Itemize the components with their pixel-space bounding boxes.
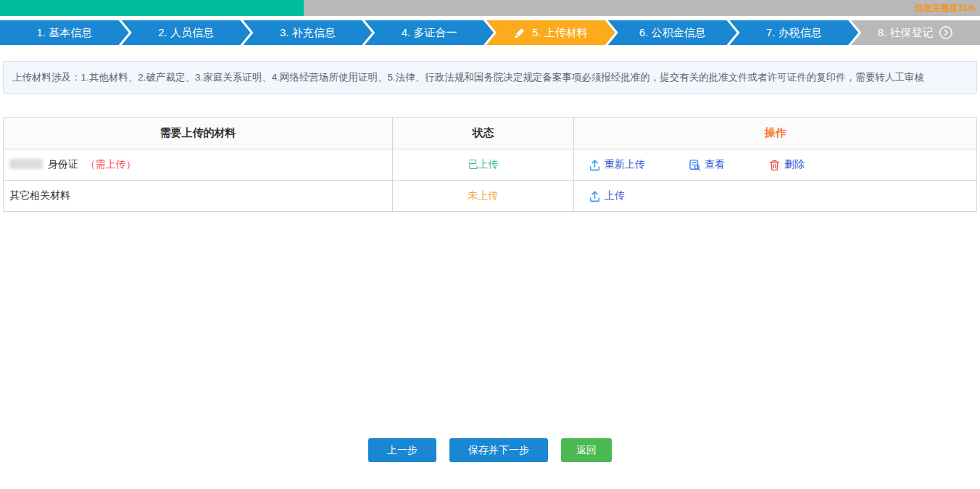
required-badge: （需上传） [86,158,136,170]
step-tab-tax-info[interactable]: 7. 办税信息 [730,20,859,45]
step-label: 6. 公积金信息 [639,26,706,40]
upload-label: 上传 [605,189,625,202]
delete-label: 删除 [784,158,805,171]
step-tab-housing-fund[interactable]: 6. 公积金信息 [608,20,737,45]
materials-table: 需要上传的材料 状态 操作 身份证 （需上传） 已上传 [3,117,977,212]
step-nav: 1. 基本信息 2. 人员信息 3. 补充信息 4. 多证合一 5. 上传材料 … [0,20,980,45]
step-tab-upload-materials[interactable]: 5. 上传材料 [486,20,615,45]
reupload-button[interactable]: 重新上传 [589,158,645,171]
chevron-circle-icon[interactable] [939,25,953,40]
step-tab-personnel-info[interactable]: 2. 人员信息 [122,20,251,45]
step-label: 2. 人员信息 [158,26,214,40]
upload-icon [589,159,601,171]
view-button[interactable]: 查看 [689,158,725,171]
notice-banner: 上传材料涉及：1.其他材料、2.破产裁定、3.家庭关系证明、4.网络经营场所使用… [3,61,977,94]
operations: 重新上传 [589,158,976,171]
table-row-other-materials: 其它相关材料 未上传 [4,181,977,212]
column-header-status: 状态 [393,118,574,149]
step-label: 4. 多证合一 [402,26,457,40]
edit-pencil-icon [514,27,526,39]
delete-button[interactable]: 删除 [768,158,805,171]
upload-icon [589,190,601,202]
trash-icon [768,159,781,171]
document-search-icon [689,159,701,171]
footer-buttons: 上一步 保存并下一步 返回 [0,438,980,462]
status-text: 已上传 [468,158,499,170]
step-tab-multi-cert[interactable]: 4. 多证合一 [365,20,494,45]
column-header-material: 需要上传的材料 [4,118,393,149]
step-label: 5. 上传材料 [532,26,588,40]
notice-text: 上传材料涉及：1.其他材料、2.破产裁定、3.家庭关系证明、4.网络经营场所使用… [12,72,924,83]
redacted-name [9,159,43,169]
save-next-button[interactable]: 保存并下一步 [449,438,548,462]
table-header-row: 需要上传的材料 状态 操作 [4,118,977,149]
material-name: 其它相关材料 [9,189,70,201]
completeness-progress-bar: 信息完整度31% [0,0,980,16]
step-label: 7. 办税信息 [766,26,822,40]
progress-fill [0,0,304,16]
progress-label: 信息完整度31% [915,0,976,16]
upload-button[interactable]: 上传 [589,189,625,202]
return-button[interactable]: 返回 [561,438,612,462]
prev-step-button[interactable]: 上一步 [368,438,436,462]
step-label: 1. 基本信息 [37,26,93,40]
status-text: 未上传 [468,189,499,201]
reupload-label: 重新上传 [605,158,645,171]
view-label: 查看 [705,158,725,171]
step-label: 3. 补充信息 [280,26,336,40]
step-tab-social-security[interactable]: 8. 社保登记 [851,20,980,45]
column-header-operation: 操作 [573,118,976,149]
step-label: 8. 社保登记 [878,26,934,40]
page: 信息完整度31% 1. 基本信息 2. 人员信息 3. 补充信息 4. 多证合一… [0,0,980,462]
operations: 上传 [589,189,976,202]
step-tab-supplement-info[interactable]: 3. 补充信息 [244,20,373,45]
step-tab-basic-info[interactable]: 1. 基本信息 [0,20,129,45]
table-row-id-card: 身份证 （需上传） 已上传 [4,149,977,181]
material-name: 身份证 [48,158,78,170]
